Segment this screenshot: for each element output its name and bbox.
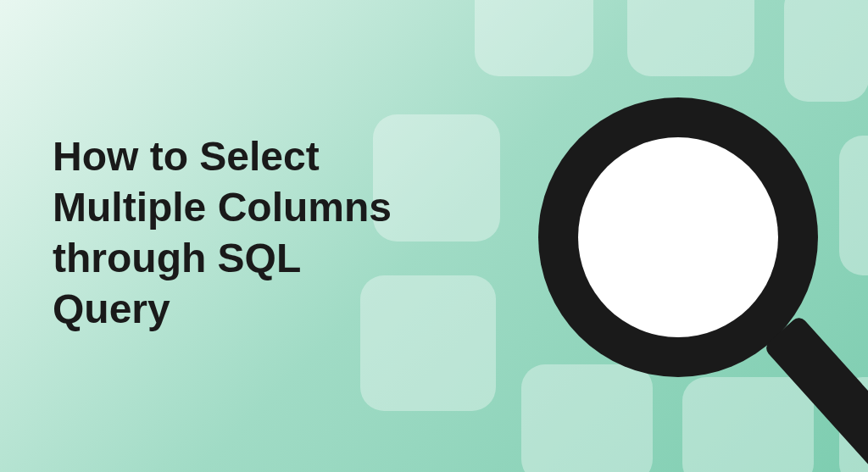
decor-square bbox=[627, 0, 754, 76]
magnifying-glass-icon bbox=[526, 76, 868, 472]
decor-square bbox=[475, 0, 593, 76]
hero-banner: How to Select Multiple Columns through S… bbox=[0, 0, 868, 472]
svg-point-1 bbox=[578, 137, 778, 337]
svg-rect-2 bbox=[763, 314, 868, 472]
hero-title: How to Select Multiple Columns through S… bbox=[53, 131, 409, 335]
